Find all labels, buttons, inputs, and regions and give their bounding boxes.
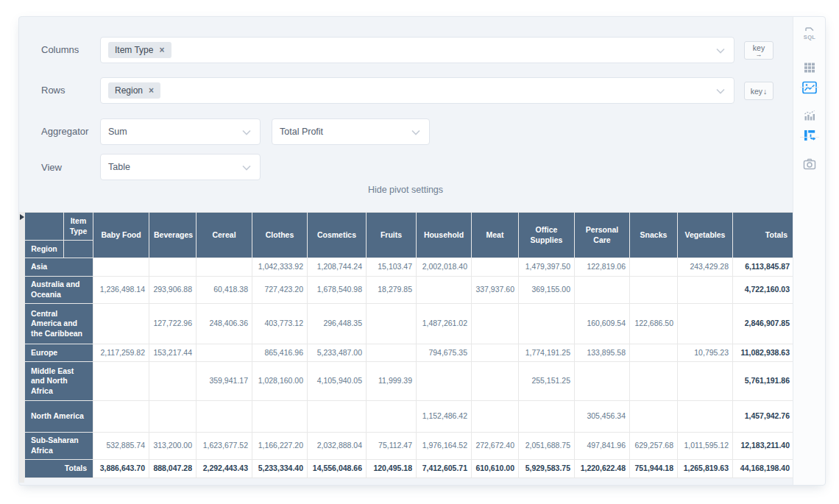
pivot-cell	[575, 277, 630, 304]
col-total-cell: 751,944.18	[630, 460, 678, 478]
panel-resize-handle[interactable]	[19, 212, 24, 483]
pivot-cell: 255,151.25	[519, 362, 575, 401]
col-total-cell: 5,929,583.75	[519, 460, 575, 478]
table-row: Middle East and North Africa359,941.171,…	[25, 362, 794, 401]
pivot-cell	[367, 401, 417, 433]
pivot-cell	[472, 304, 519, 344]
hide-pivot-settings-link[interactable]: Hide pivot settings	[19, 185, 792, 195]
aggregator-select[interactable]: Sum	[100, 118, 261, 145]
pivot-cell	[93, 362, 149, 401]
pivot-cell	[93, 258, 149, 277]
pivot-cell: 1,678,540.98	[308, 277, 367, 304]
pivot-cell	[630, 401, 678, 433]
pivot-cell: 794,675.35	[417, 344, 472, 362]
svg-text:SQL: SQL	[803, 34, 815, 40]
chevron-down-icon	[716, 43, 725, 57]
pivot-cell: 1,166,227.20	[252, 433, 308, 460]
pivot-cell	[472, 258, 519, 277]
pivot-cell: 2,051,688.75	[519, 433, 575, 460]
col-header: Fruits	[367, 213, 417, 258]
col-header: Baby Food	[93, 213, 149, 258]
chevron-down-icon	[242, 125, 251, 138]
pivot-cell: 1,028,160.00	[252, 362, 308, 401]
pivot-cell: 1,487,261.02	[417, 304, 472, 344]
row-label: Asia	[25, 258, 93, 277]
toolbar-divider	[800, 87, 819, 88]
aggregator-label: Aggregator	[41, 126, 88, 137]
pivot-cell: 2,002,018.40	[417, 258, 472, 277]
rows-label: Rows	[41, 85, 66, 96]
pivot-cell: 153,217.44	[149, 344, 197, 362]
pivot-cell	[630, 258, 678, 277]
pivot-cell: 2,117,259.82	[93, 344, 149, 362]
table-row: Asia1,042,333.921,208,744.2415,103.472,0…	[25, 258, 794, 277]
totals-row-label: Totals	[25, 460, 93, 478]
row-label: Australia and Oceania	[25, 277, 93, 304]
rows-sort-key-button[interactable]: key ↓	[744, 82, 773, 100]
pivot-cell	[149, 258, 197, 277]
col-header: Beverages	[149, 213, 197, 258]
row-total-cell: 5,761,191.86	[733, 362, 794, 401]
columns-select[interactable]: Item Type ×	[100, 37, 734, 63]
pivot-cell: 369,155.00	[519, 277, 575, 304]
row-label: Middle East and North Africa	[25, 362, 93, 401]
blank-axis-cell	[64, 241, 93, 258]
pivot-cell: 293,906.88	[149, 277, 197, 304]
table-row: North America1,152,486.42305,456.341,457…	[25, 401, 794, 433]
pivot-cell: 497,841.96	[575, 433, 630, 460]
col-header: Clothes	[252, 213, 308, 258]
pivot-icon[interactable]	[800, 127, 819, 144]
columns-tag-item-type[interactable]: Item Type ×	[108, 42, 171, 58]
pivot-cell	[367, 304, 417, 344]
pivot-cell: 10,795.23	[678, 344, 733, 362]
pivot-cell	[149, 401, 197, 433]
rows-select[interactable]: Region ×	[100, 77, 734, 104]
remove-tag-icon[interactable]: ×	[149, 86, 154, 95]
pivot-cell: 122,819.06	[575, 258, 630, 277]
image-chart-icon[interactable]	[800, 79, 819, 96]
pivot-cell: 532,885.74	[93, 433, 149, 460]
table-row: Sub-Saharan Africa532,885.74313,200.001,…	[25, 433, 794, 460]
pivot-cell	[630, 277, 678, 304]
row-total-cell: 11,082,938.63	[733, 344, 794, 362]
pivot-cell	[472, 401, 519, 433]
pivot-table-container: Item TypeBaby FoodBeveragesCerealClothes…	[24, 212, 794, 478]
chevron-down-icon	[242, 160, 251, 174]
pivot-cell: 403,773.12	[252, 304, 308, 344]
pivot-cell: 296,448.35	[308, 304, 367, 344]
remove-tag-icon[interactable]: ×	[159, 46, 164, 54]
key-label: key	[751, 87, 762, 96]
chart-icon[interactable]	[800, 107, 819, 124]
view-select[interactable]: Table	[100, 154, 261, 180]
col-total-cell: 14,556,048.66	[308, 460, 367, 478]
aggregator-field-select[interactable]: Total Profit	[272, 118, 430, 145]
col-header: Vegetables	[678, 213, 733, 258]
pivot-cell: 1,042,333.92	[252, 258, 308, 277]
pivot-cell: 1,011,595.12	[678, 433, 733, 460]
col-header: Personal Care	[575, 213, 630, 258]
camera-icon[interactable]	[800, 155, 819, 173]
pivot-cell: 727,423.20	[252, 277, 308, 304]
table-grid-icon[interactable]	[800, 59, 819, 77]
pivot-cell: 248,406.36	[197, 304, 252, 344]
pivot-cell	[519, 401, 575, 433]
col-header: Cereal	[197, 213, 252, 258]
columns-label: Columns	[41, 44, 79, 55]
pivot-cell: 5,233,487.00	[308, 344, 367, 362]
arrow-right-icon: →	[756, 52, 762, 57]
col-total-cell: 2,292,443.43	[197, 460, 252, 478]
sql-source-icon[interactable]: SQL	[800, 25, 819, 43]
toolbar-divider	[800, 137, 819, 138]
pivot-cell: 1,623,677.52	[197, 433, 252, 460]
pivot-cell	[252, 401, 308, 433]
pivot-cell	[197, 344, 252, 362]
columns-sort-key-button[interactable]: key →	[744, 41, 773, 60]
rows-tag-region[interactable]: Region ×	[108, 82, 160, 99]
col-header: Meat	[472, 213, 519, 258]
col-total-cell: 610,610.00	[472, 460, 519, 478]
row-total-cell: 6,113,845.87	[733, 258, 794, 277]
col-header: Household	[417, 213, 472, 258]
pivot-cell: 75,112.47	[367, 433, 417, 460]
pivot-table: Item TypeBaby FoodBeveragesCerealClothes…	[24, 212, 794, 478]
pivot-cell	[197, 258, 252, 277]
